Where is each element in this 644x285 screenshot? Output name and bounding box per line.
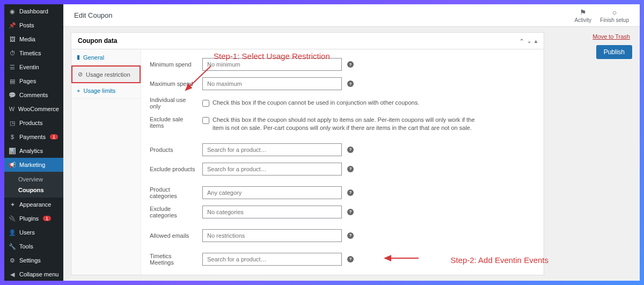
sidebar-item-pages[interactable]: ▤Pages — [4, 74, 63, 88]
sidebar-item-tools[interactable]: 🔧Tools — [4, 239, 63, 253]
sidebar-item-dashboard[interactable]: ◉Dashboard — [4, 4, 63, 18]
help-icon[interactable]: ? — [347, 189, 354, 196]
allowed-emails-label: Allowed emails — [150, 232, 197, 239]
help-icon[interactable]: ? — [347, 232, 354, 239]
panel-up-icon[interactable]: ⌃ — [519, 38, 524, 44]
sidebar-label: Users — [19, 229, 35, 236]
finish-label: Finish setup — [600, 17, 629, 23]
comment-icon: 💬 — [9, 91, 16, 99]
individual-use-label: Individual use only — [150, 97, 197, 109]
gear-icon: ⚙ — [9, 257, 16, 264]
tab-label: Usage limits — [83, 87, 115, 94]
chart-icon: 📊 — [9, 147, 16, 155]
brush-icon: ✦ — [9, 201, 16, 208]
sidebar-label: Plugins — [19, 215, 39, 222]
circle-icon: ○ — [612, 8, 617, 17]
user-icon: 👤 — [9, 229, 16, 236]
help-icon[interactable]: ? — [347, 147, 354, 153]
panel-down-icon[interactable]: ⌄ — [527, 38, 531, 44]
sidebar-item-users[interactable]: 👤Users — [4, 225, 63, 239]
sidebar-label: Eventin — [19, 64, 39, 70]
product-categories-label: Product categories — [150, 186, 197, 199]
dashboard-icon: ◉ — [9, 8, 16, 15]
sidebar-item-timetics[interactable]: ⏱Timetics — [4, 46, 63, 60]
exclude-sale-checkbox[interactable] — [202, 117, 209, 124]
max-spend-label: Maximum spend — [150, 81, 197, 87]
tab-usage-restriction[interactable]: ⊘Usage restriction — [71, 65, 141, 83]
products-input[interactable] — [202, 143, 342, 156]
sidebar-item-plugins[interactable]: 🔌Plugins1 — [4, 211, 63, 225]
exclude-products-input[interactable] — [202, 163, 342, 176]
checkbox-text: Check this box if the coupon should not … — [213, 116, 481, 133]
help-icon[interactable]: ? — [347, 166, 354, 172]
woo-icon: W — [9, 105, 15, 113]
sidebar-item-media[interactable]: 🖼Media — [4, 32, 63, 46]
sidebar-item-appearance[interactable]: ✦Appearance — [4, 198, 63, 211]
sidebar-label: Posts — [19, 22, 34, 28]
badge: 1 — [43, 216, 51, 221]
individual-use-checkbox[interactable] — [202, 100, 209, 107]
page-title: Edit Coupon — [74, 11, 113, 19]
help-icon[interactable]: ? — [347, 81, 354, 87]
clock-icon: ⏱ — [9, 49, 16, 57]
tab-usage-limits[interactable]: +Usage limits — [71, 83, 141, 99]
plug-icon: 🔌 — [9, 215, 16, 222]
product-categories-input[interactable] — [202, 186, 342, 199]
exclude-categories-label: Exclude categories — [150, 206, 197, 218]
sidebar-label: Timetics — [19, 50, 41, 56]
sidebar-label: Payments — [19, 134, 46, 140]
sidebar-item-collapse[interactable]: ◀Collapse menu — [4, 267, 63, 281]
min-spend-input[interactable] — [202, 58, 342, 71]
publish-button[interactable]: Publish — [596, 45, 632, 59]
media-icon: 🖼 — [9, 35, 16, 43]
sidebar-item-posts[interactable]: 📌Posts — [4, 18, 63, 32]
exclude-sale-label: Exclude sale items — [150, 116, 197, 129]
sidebar-label: Appearance — [19, 201, 51, 208]
help-icon[interactable]: ? — [347, 209, 354, 215]
help-icon[interactable]: ? — [347, 256, 354, 262]
sidebar-item-analytics[interactable]: 📊Analytics — [4, 144, 63, 158]
topbar: Edit Coupon ⚑Activity ○Finish setup — [63, 4, 640, 27]
tab-label: General — [83, 54, 104, 61]
move-to-trash-link[interactable]: Move to Trash — [552, 32, 632, 41]
checkbox-text: Check this box if the coupon cannot be u… — [213, 99, 419, 107]
wrench-icon: 🔧 — [9, 243, 16, 250]
panel-fields: Minimum spend ? Maximum spend ? Individu… — [141, 49, 544, 275]
sidebar-item-settings[interactable]: ⚙Settings — [4, 253, 63, 267]
max-spend-input[interactable] — [202, 77, 342, 90]
panel-title: Coupon data — [78, 37, 117, 45]
sidebar-item-payments[interactable]: $Payments1 — [4, 130, 63, 144]
sidebar-item-products[interactable]: ◳Products — [4, 116, 63, 130]
sidebar-item-comments[interactable]: 💬Comments — [4, 88, 63, 102]
tab-general[interactable]: ▮General — [71, 49, 141, 65]
coupon-data-panel: Coupon data ⌃ ⌄ ▴ ▮General ⊘Usage restri… — [71, 32, 544, 275]
panel-toggle-icon[interactable]: ▴ — [535, 38, 537, 44]
page-icon: ▤ — [9, 77, 16, 85]
sidebar-label: Comments — [19, 92, 48, 98]
sidebar-label: Media — [19, 36, 35, 42]
exclude-categories-input[interactable] — [202, 206, 342, 218]
allowed-emails-input[interactable] — [202, 229, 342, 242]
sidebar-label: Pages — [19, 78, 36, 84]
timetics-input[interactable] — [202, 253, 342, 266]
pin-icon: 📌 — [9, 21, 16, 29]
sidebar-label: Products — [19, 120, 42, 126]
submenu-coupons[interactable]: Coupons — [15, 185, 63, 195]
sidebar-item-eventin[interactable]: ☰Eventin — [4, 60, 63, 74]
plus-icon: + — [77, 87, 80, 94]
sidebar-submenu: Overview Coupons — [4, 172, 63, 198]
main-content: Edit Coupon ⚑Activity ○Finish setup Coup… — [63, 4, 640, 281]
flag-icon: ⚑ — [580, 8, 587, 17]
activity-button[interactable]: ⚑Activity — [574, 8, 591, 23]
sidebar-item-woocommerce[interactable]: WWooCommerce — [4, 102, 63, 116]
panel-header: Coupon data ⌃ ⌄ ▴ — [71, 33, 544, 49]
submenu-overview[interactable]: Overview — [15, 174, 63, 185]
sidebar-item-marketing[interactable]: 📢Marketing — [4, 158, 63, 172]
activity-label: Activity — [574, 17, 591, 23]
ticket-icon: ▮ — [77, 54, 80, 61]
min-spend-label: Minimum spend — [150, 61, 197, 68]
finish-setup-button[interactable]: ○Finish setup — [600, 8, 629, 23]
sidebar-label: Marketing — [19, 162, 45, 168]
list-icon: ☰ — [9, 63, 16, 71]
help-icon[interactable]: ? — [347, 61, 354, 68]
